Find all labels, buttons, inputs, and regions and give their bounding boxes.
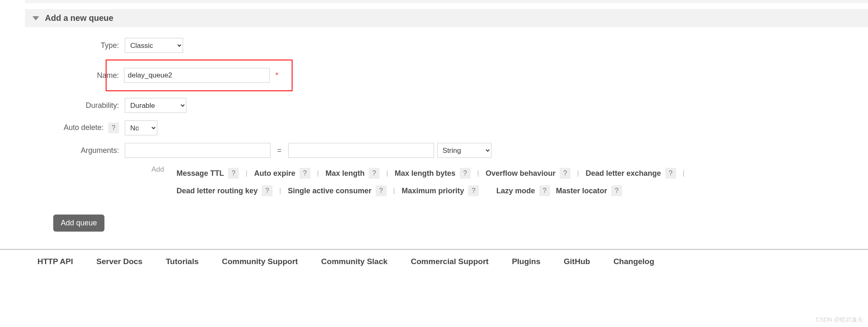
hint-separator: | <box>477 165 479 182</box>
hint-separator: | <box>246 165 247 182</box>
help-icon[interactable]: ? <box>539 185 550 196</box>
footer-link[interactable]: Community Slack <box>321 257 387 266</box>
top-divider <box>25 0 868 3</box>
hint-separator: | <box>386 165 388 182</box>
name-input[interactable] <box>124 68 270 83</box>
hint-separator: | <box>317 165 319 182</box>
add-queue-button[interactable]: Add queue <box>53 215 104 232</box>
help-icon[interactable]: ? <box>108 122 119 133</box>
argument-hint[interactable]: Lazy mode <box>496 182 535 200</box>
type-label: Type: <box>25 41 125 50</box>
add-queue-form: Type: Classic Name: * Durability: Durabl… <box>25 37 868 232</box>
chevron-down-icon <box>32 16 39 20</box>
argument-type-select[interactable]: String <box>437 143 491 158</box>
argument-hint[interactable]: Max length bytes <box>395 165 456 182</box>
footer-link[interactable]: Changelog <box>613 257 654 266</box>
help-icon[interactable]: ? <box>611 185 622 196</box>
add-label: Add <box>151 165 164 174</box>
autodelete-select[interactable]: No <box>125 120 157 135</box>
help-icon[interactable]: ? <box>262 185 273 196</box>
footer-link[interactable]: GitHub <box>564 257 590 266</box>
argument-hint[interactable]: Maximum priority <box>402 182 464 200</box>
help-icon[interactable]: ? <box>376 185 387 196</box>
help-icon[interactable]: ? <box>460 168 471 179</box>
footer: HTTP APIServer DocsTutorialsCommunity Su… <box>0 249 868 266</box>
argument-hint[interactable]: Single active consumer <box>288 182 372 200</box>
type-select[interactable]: Classic <box>125 38 183 53</box>
help-icon[interactable]: ? <box>228 168 239 179</box>
hint-separator <box>486 182 489 200</box>
help-icon[interactable]: ? <box>665 168 676 179</box>
footer-link[interactable]: HTTP API <box>37 257 73 266</box>
autodelete-label: Auto delete: <box>64 123 104 132</box>
footer-link[interactable]: Commercial Support <box>411 257 489 266</box>
section-title: Add a new queue <box>45 13 113 23</box>
argument-value-input[interactable] <box>288 143 434 158</box>
hint-separator: | <box>683 165 684 182</box>
footer-link[interactable]: Server Docs <box>97 257 143 266</box>
help-icon[interactable]: ? <box>300 168 310 179</box>
arguments-label: Arguments: <box>25 146 125 155</box>
row-name: Name: * <box>25 60 868 91</box>
footer-link[interactable]: Community Support <box>222 257 298 266</box>
argument-hint[interactable]: Dead letter exchange <box>586 165 661 182</box>
hint-separator: | <box>577 165 579 182</box>
hint-separator: | <box>279 182 281 200</box>
footer-link[interactable]: Plugins <box>512 257 541 266</box>
row-type: Type: Classic <box>25 37 868 54</box>
help-icon[interactable]: ? <box>369 168 379 179</box>
equals-sign: = <box>277 146 282 155</box>
argument-hint[interactable]: Message TTL <box>176 165 224 182</box>
argument-hint[interactable]: Master locator <box>556 182 607 200</box>
row-durability: Durability: Durable <box>25 97 868 114</box>
section-toggle[interactable]: Add a new queue <box>25 9 868 27</box>
hint-separator: | <box>393 182 395 200</box>
row-autodelete: Auto delete: ? No <box>25 120 868 136</box>
argument-hint[interactable]: Max length <box>325 165 365 182</box>
help-icon[interactable]: ? <box>468 185 479 196</box>
argument-key-input[interactable] <box>125 143 270 158</box>
hint-gap <box>550 182 556 200</box>
required-asterisk: * <box>275 71 278 80</box>
argument-hints: Add Message TTL?|Auto expire?|Max length… <box>151 165 868 200</box>
argument-hint[interactable]: Auto expire <box>254 165 295 182</box>
argument-hint[interactable]: Dead letter routing key <box>176 182 258 200</box>
help-icon[interactable]: ? <box>560 168 570 179</box>
row-arguments: Arguments: = String <box>25 142 868 159</box>
durability-label: Durability: <box>25 101 125 110</box>
durability-select[interactable]: Durable <box>125 98 186 113</box>
name-highlight-box: * <box>106 60 293 91</box>
footer-link[interactable]: Tutorials <box>166 257 198 266</box>
argument-hint[interactable]: Overflow behaviour <box>486 165 556 182</box>
